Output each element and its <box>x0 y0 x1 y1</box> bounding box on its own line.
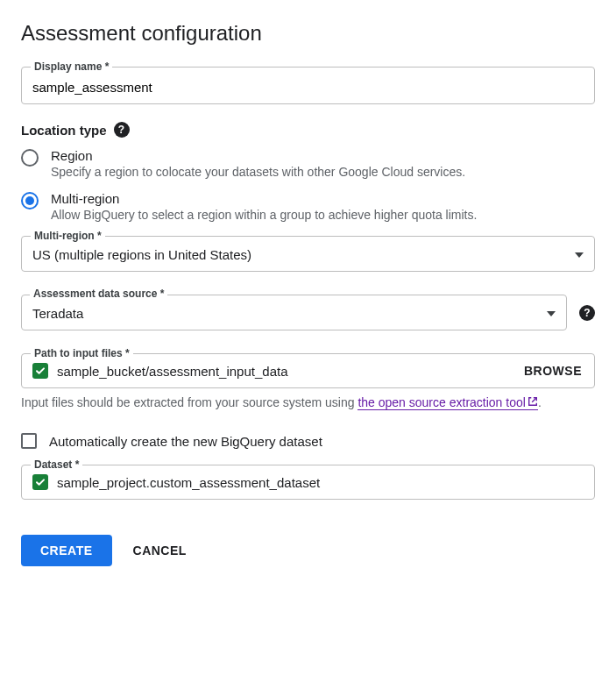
page-title: Assessment configuration <box>21 21 595 46</box>
path-help-prefix: Input files should be extracted from you… <box>21 395 358 409</box>
radio-multi-region-label: Multi-region <box>51 191 477 206</box>
external-link-icon <box>527 394 538 412</box>
display-name-field: Display name * <box>21 67 595 104</box>
extraction-tool-link[interactable]: the open source extraction tool <box>358 395 537 410</box>
path-help-suffix: . <box>538 395 542 409</box>
radio-region-label: Region <box>51 148 465 163</box>
path-value: sample_bucket/assessment_input_data <box>57 364 515 379</box>
radio-checked-icon <box>21 192 39 210</box>
dataset-value: sample_project.custom_assessment_dataset <box>57 475 582 490</box>
checkbox-unchecked-icon <box>21 433 37 449</box>
browse-button[interactable]: BROWSE <box>524 364 582 378</box>
multi-region-label: Multi-region * <box>31 230 105 242</box>
data-source-field-wrap: Assessment data source * Teradata ? <box>21 295 595 330</box>
radio-region-desc: Specify a region to colocate your datase… <box>51 165 465 179</box>
multi-region-field[interactable]: Multi-region * US (multiple regions in U… <box>21 236 595 272</box>
dataset-field[interactable]: Dataset * sample_project.custom_assessme… <box>21 465 595 500</box>
chevron-down-icon <box>575 252 584 258</box>
success-check-icon <box>32 363 48 379</box>
location-type-header: Location type ? <box>21 122 595 138</box>
radio-region[interactable]: Region Specify a region to colocate your… <box>21 148 595 179</box>
path-field-wrap: Path to input files * sample_bucket/asse… <box>21 353 595 412</box>
path-label: Path to input files * <box>31 347 133 359</box>
location-type-radio-group: Region Specify a region to colocate your… <box>21 148 595 222</box>
auto-create-label: Automatically create the new BigQuery da… <box>49 434 322 449</box>
data-source-value: Teradata <box>32 306 547 321</box>
data-source-label: Assessment data source * <box>30 288 167 300</box>
radio-multi-region[interactable]: Multi-region Allow BigQuery to select a … <box>21 191 595 222</box>
display-name-input[interactable] <box>22 67 594 103</box>
path-help-text: Input files should be extracted from you… <box>21 394 595 412</box>
data-source-select[interactable]: Teradata <box>21 295 567 330</box>
radio-multi-region-desc: Allow BigQuery to select a region within… <box>51 208 477 222</box>
action-row: CREATE CANCEL <box>21 535 595 566</box>
success-check-icon <box>32 474 48 490</box>
dataset-label: Dataset * <box>31 458 82 471</box>
radio-unchecked-icon <box>21 149 39 167</box>
create-button[interactable]: CREATE <box>21 535 112 566</box>
multi-region-value: US (multiple regions in United States) <box>32 247 575 262</box>
cancel-button[interactable]: CANCEL <box>133 543 187 558</box>
chevron-down-icon <box>547 311 556 316</box>
auto-create-checkbox[interactable]: Automatically create the new BigQuery da… <box>21 433 595 449</box>
help-icon[interactable]: ? <box>579 305 595 321</box>
display-name-label: Display name * <box>31 60 112 73</box>
location-type-label: Location type <box>21 123 107 138</box>
help-icon[interactable]: ? <box>114 122 130 138</box>
